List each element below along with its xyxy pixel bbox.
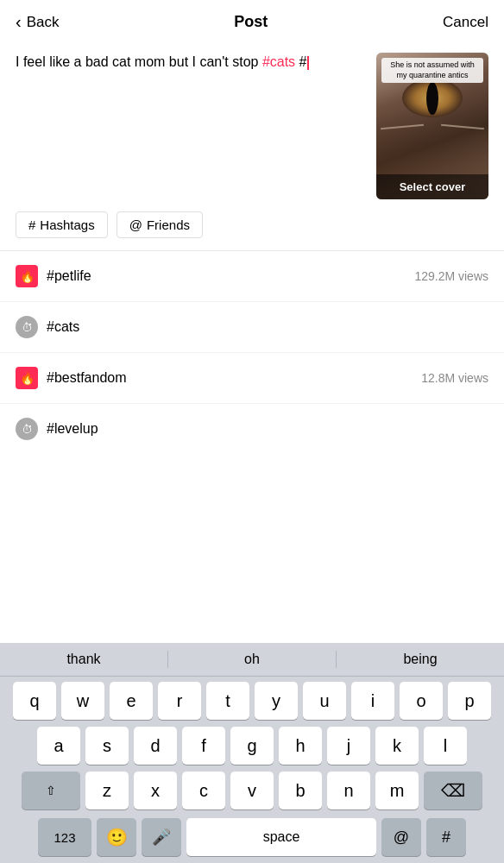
- shift-key[interactable]: ⇧: [22, 772, 80, 809]
- at-label: @: [394, 828, 409, 847]
- space-label: space: [263, 829, 300, 845]
- hashtag-tag-petlife: #petlife: [47, 268, 91, 284]
- key-b[interactable]: b: [279, 772, 322, 809]
- key-l[interactable]: l: [424, 727, 467, 765]
- key-s[interactable]: s: [85, 727, 129, 765]
- hashtag-left-petlife: 🔥 #petlife: [16, 265, 91, 287]
- key-v[interactable]: v: [230, 772, 274, 809]
- suggestion-being[interactable]: being: [337, 650, 504, 669]
- at-key[interactable]: @: [381, 818, 421, 856]
- header: ‹ Back Post Cancel: [0, 0, 504, 44]
- key-m[interactable]: m: [375, 772, 419, 809]
- key-row-3: ⇧ z x c v b n m ⌫: [3, 772, 501, 809]
- key-o[interactable]: o: [400, 682, 443, 720]
- text-cursor: [307, 56, 309, 70]
- at-icon: @: [129, 217, 142, 232]
- suggestion-oh[interactable]: oh: [168, 650, 336, 669]
- hashtag-left-cats: ⏱ #cats: [16, 316, 79, 338]
- key-g[interactable]: g: [230, 727, 274, 765]
- key-f[interactable]: f: [182, 727, 225, 765]
- cat-eye-decoration: [402, 79, 463, 117]
- key-rows: q w e r t y u i o p a s d f g h j k l ⇧ …: [0, 677, 504, 813]
- hashtag-suggestions-list: 🔥 #petlife 129.2M views ⏱ #cats 🔥 #bestf…: [0, 251, 504, 454]
- num-label: 123: [54, 830, 75, 845]
- caption-text[interactable]: I feel like a bad cat mom but I can't st…: [16, 53, 364, 72]
- key-a[interactable]: a: [37, 727, 80, 765]
- key-n[interactable]: n: [327, 772, 370, 809]
- select-cover-label: Select cover: [400, 180, 466, 193]
- hashtag-tag-cats: #cats: [47, 319, 79, 335]
- keyboard-bottom-row: 123 🙂 🎤 space @ #: [0, 813, 504, 863]
- thumbnail-caption-overlay: She is not assumed with my quarantine an…: [381, 58, 483, 83]
- key-z[interactable]: z: [85, 772, 129, 809]
- key-row-1: q w e r t y u i o p: [3, 682, 501, 720]
- cancel-button[interactable]: Cancel: [443, 14, 488, 31]
- hashtag-left-bestfandom: 🔥 #bestfandom: [16, 367, 127, 389]
- back-label: Back: [27, 14, 60, 31]
- key-x[interactable]: x: [134, 772, 177, 809]
- key-i[interactable]: i: [351, 682, 394, 720]
- emoji-icon: 🙂: [106, 827, 128, 847]
- mic-key[interactable]: 🎤: [142, 818, 181, 856]
- key-row-2: a s d f g h j k l: [3, 727, 501, 765]
- thumbnail-container[interactable]: She is not assumed with my quarantine an…: [376, 53, 488, 199]
- emoji-key[interactable]: 🙂: [97, 818, 136, 856]
- key-w[interactable]: w: [61, 682, 104, 720]
- space-key[interactable]: space: [186, 818, 376, 856]
- caption-area[interactable]: I feel like a bad cat mom but I can't st…: [16, 53, 364, 72]
- hash-label: #: [442, 828, 450, 847]
- caption-text-before: I feel like a bad cat mom but I can't st…: [16, 54, 262, 69]
- badge-cats: ⏱: [16, 316, 38, 338]
- hashtag-cats-inline: #cats: [262, 54, 295, 69]
- backspace-key[interactable]: ⌫: [424, 772, 482, 809]
- key-u[interactable]: u: [303, 682, 346, 720]
- list-item[interactable]: 🔥 #bestfandom 12.8M views: [0, 353, 504, 404]
- key-y[interactable]: y: [255, 682, 298, 720]
- hashtag-left-levelup: ⏱ #levelup: [16, 418, 98, 440]
- keyboard-suggestions-bar: thank oh being: [0, 643, 504, 677]
- caption-text-after: #: [295, 54, 309, 69]
- hashtags-button[interactable]: # Hashtags: [16, 211, 108, 238]
- back-button[interactable]: ‹ Back: [16, 12, 59, 32]
- key-j[interactable]: j: [327, 727, 370, 765]
- badge-petlife: 🔥: [16, 265, 38, 287]
- page-title: Post: [234, 13, 268, 31]
- list-item[interactable]: ⏱ #cats: [0, 302, 504, 353]
- key-p[interactable]: p: [448, 682, 491, 720]
- list-item[interactable]: 🔥 #petlife 129.2M views: [0, 251, 504, 302]
- key-k[interactable]: k: [375, 727, 419, 765]
- badge-bestfandom: 🔥: [16, 367, 38, 389]
- key-r[interactable]: r: [158, 682, 201, 720]
- content-area: I feel like a bad cat mom but I can't st…: [0, 44, 504, 211]
- back-chevron-icon: ‹: [16, 12, 22, 32]
- hashtag-tag-bestfandom: #bestfandom: [47, 370, 127, 386]
- friends-button[interactable]: @ Friends: [117, 211, 203, 238]
- hashtag-tag-levelup: #levelup: [47, 421, 98, 437]
- key-t[interactable]: t: [206, 682, 249, 720]
- num-key[interactable]: 123: [38, 818, 91, 856]
- key-q[interactable]: q: [13, 682, 56, 720]
- friends-label: Friends: [147, 217, 190, 232]
- mic-icon: 🎤: [152, 828, 171, 847]
- suggestion-thank[interactable]: thank: [0, 650, 167, 669]
- hashtag-views-bestfandom: 12.8M views: [421, 371, 488, 385]
- list-item[interactable]: ⏱ #levelup: [0, 404, 504, 454]
- action-buttons-row: # Hashtags @ Friends: [0, 211, 504, 250]
- key-e[interactable]: e: [110, 682, 153, 720]
- hashtags-label: Hashtags: [40, 217, 94, 232]
- key-h[interactable]: h: [279, 727, 322, 765]
- key-d[interactable]: d: [134, 727, 177, 765]
- keyboard: thank oh being q w e r t y u i o p a s d…: [0, 643, 504, 863]
- hashtag-views-petlife: 129.2M views: [414, 269, 488, 283]
- hashtag-icon: #: [28, 217, 35, 232]
- select-cover-button[interactable]: Select cover: [376, 174, 488, 199]
- badge-levelup: ⏱: [16, 418, 38, 440]
- key-c[interactable]: c: [182, 772, 225, 809]
- thumbnail-overlay-text: She is not assumed with my quarantine an…: [390, 60, 475, 79]
- hash-key[interactable]: #: [426, 818, 466, 856]
